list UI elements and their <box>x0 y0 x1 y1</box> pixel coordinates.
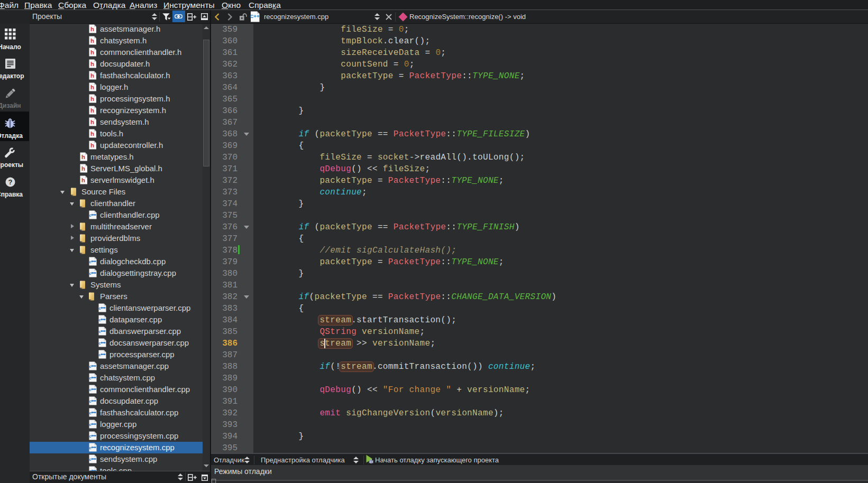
svg-text:c: c <box>89 399 92 404</box>
svg-text:h: h <box>90 26 94 32</box>
svg-text:c: c <box>89 259 92 264</box>
svg-text:h: h <box>90 84 94 90</box>
svg-text:h: h <box>90 61 94 67</box>
svg-text:h: h <box>81 177 85 183</box>
svg-text:?: ? <box>8 178 13 186</box>
svg-text:c: c <box>98 341 101 346</box>
svg-text:c: c <box>98 329 101 334</box>
svg-text:C++: C++ <box>250 13 260 19</box>
svg-text:c: c <box>89 457 92 462</box>
svg-text:c: c <box>89 213 92 218</box>
svg-text:c: c <box>89 434 92 439</box>
svg-text:h: h <box>90 142 94 148</box>
svg-text:h: h <box>90 96 94 102</box>
svg-text:c: c <box>89 422 92 427</box>
svg-text:h: h <box>90 38 94 44</box>
svg-text:c: c <box>89 376 92 380</box>
svg-text:c: c <box>98 318 101 322</box>
svg-text:h: h <box>90 72 94 79</box>
svg-text:h: h <box>90 49 94 55</box>
svg-text:c: c <box>89 364 92 369</box>
svg-text:h: h <box>81 165 85 172</box>
svg-text:c: c <box>98 306 101 311</box>
svg-text:c: c <box>89 445 92 450</box>
svg-text:c: c <box>89 387 92 392</box>
svg-text:h: h <box>90 131 94 137</box>
svg-text:h: h <box>90 107 94 114</box>
svg-text:c: c <box>98 352 101 357</box>
svg-text:h: h <box>90 119 94 125</box>
svg-text:c: c <box>89 411 92 415</box>
svg-text:h: h <box>81 154 85 160</box>
svg-text:c: c <box>89 271 92 276</box>
